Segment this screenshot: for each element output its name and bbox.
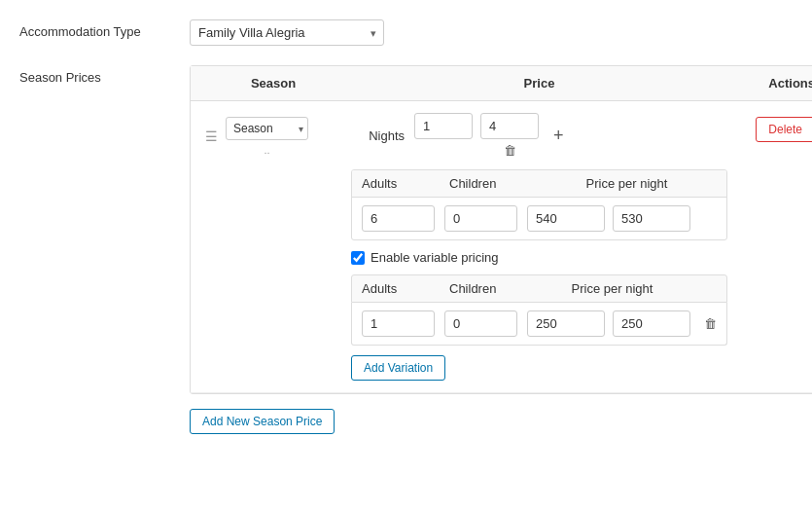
nights-min-input[interactable]	[414, 113, 473, 139]
season-prices-row: Season Prices Season Price Actions ☰ Sea…	[19, 65, 793, 434]
variable-pricing-section: Adults Children Price per night	[351, 274, 727, 346]
table-row: ☰ Season ▾ .. Nig	[191, 101, 812, 393]
enable-variable-label: Enable variable pricing	[371, 250, 499, 265]
accommodation-type-row: Accommodation Type Family Villa Alegria …	[19, 19, 793, 46]
var-adults-col-header: Adults	[362, 281, 449, 296]
var-price1-input[interactable]	[527, 310, 605, 337]
nights-max-input[interactable]	[480, 113, 539, 139]
accommodation-type-content: Family Villa Alegria ▾	[190, 19, 793, 46]
season-dots: ..	[226, 144, 308, 156]
season-select[interactable]: Season	[226, 117, 308, 140]
add-season-row: Add New Season Price	[190, 409, 812, 434]
season-prices-content: Season Price Actions ☰ Season ▾	[190, 65, 812, 434]
var-price-night-col-header: Price per night	[537, 281, 688, 296]
variable-grid-header: Adults Children Price per night	[351, 274, 727, 303]
accommodation-type-label: Accommodation Type	[19, 19, 190, 39]
add-new-season-price-button[interactable]: Add New Season Price	[190, 409, 335, 434]
col-header-season: Season	[205, 76, 341, 91]
pricing-grid-body	[352, 198, 726, 239]
drag-handle-icon[interactable]: ☰	[205, 128, 218, 144]
season-row-actions: Delete	[737, 113, 812, 142]
nights-delete-icon[interactable]: 🗑	[504, 143, 516, 158]
price2-input[interactable]	[613, 205, 690, 232]
var-children-input[interactable]	[444, 310, 517, 337]
var-adults-input[interactable]	[362, 310, 435, 337]
season-select-wrapper[interactable]: Season ▾	[226, 117, 308, 140]
season-prices-table: Season Price Actions ☰ Season ▾	[190, 65, 812, 394]
nights-label: Nights	[351, 128, 405, 143]
col-header-price: Price	[341, 76, 737, 91]
pricing-grid-header: Adults Children Price per night	[352, 170, 726, 198]
season-row-content: Nights 🗑 +	[341, 113, 737, 381]
col-header-actions: Actions	[737, 76, 812, 91]
delete-season-button[interactable]: Delete	[756, 117, 812, 142]
var-price-pair	[527, 310, 690, 337]
var-price2-input[interactable]	[613, 310, 690, 337]
price-pair	[527, 205, 690, 232]
variable-grid-body: 🗑	[351, 303, 727, 346]
season-row-left: ☰ Season ▾ ..	[205, 113, 341, 156]
add-nights-range-icon[interactable]: +	[548, 126, 569, 146]
season-prices-label: Season Prices	[19, 65, 190, 85]
enable-variable-row: Enable variable pricing	[351, 250, 727, 265]
table-header: Season Price Actions	[191, 66, 812, 101]
children-col-header: Children	[449, 176, 537, 191]
accommodation-type-select-wrapper[interactable]: Family Villa Alegria ▾	[190, 19, 384, 46]
accommodation-type-select[interactable]: Family Villa Alegria	[190, 19, 384, 46]
adults-col-header: Adults	[362, 176, 449, 191]
var-children-col-header: Children	[449, 281, 537, 296]
children-input[interactable]	[444, 205, 517, 232]
price1-input[interactable]	[527, 205, 605, 232]
var-row-delete-icon[interactable]: 🗑	[704, 316, 717, 331]
price-night-col-header: Price per night	[537, 176, 717, 191]
adults-input[interactable]	[362, 205, 435, 232]
main-pricing-grid: Adults Children Price per night	[351, 169, 727, 240]
add-variation-button[interactable]: Add Variation	[351, 355, 445, 381]
enable-variable-checkbox[interactable]	[351, 251, 365, 265]
